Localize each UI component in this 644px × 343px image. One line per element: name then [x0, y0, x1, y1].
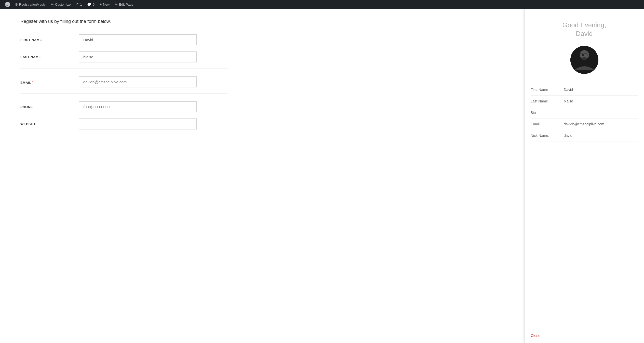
first-name-row: FIRST NAME — [20, 34, 228, 45]
email-required-indicator: * — [32, 80, 34, 83]
avatar-wrapper — [531, 46, 638, 74]
greeting-line2: David — [531, 30, 638, 38]
detail-label-email: Email: — [531, 118, 564, 130]
admin-bar-customize[interactable]: ✏ Customize — [48, 0, 73, 9]
updates-count: 1 — [80, 3, 82, 6]
detail-row-email: Email: davidb@cmshelplive.com — [531, 118, 638, 130]
first-name-input[interactable] — [79, 34, 197, 45]
admin-bar-edit-page[interactable]: ✏ Edit Page — [112, 0, 136, 9]
detail-label-bio: Bio — [531, 107, 564, 118]
website-row: WEBSITE — [20, 118, 228, 129]
form-intro: Register with us by filling out the form… — [20, 19, 228, 24]
admin-bar: ⊛ RegistrationMagic ✏ Customize ↺ 1 💬 0 … — [0, 0, 644, 9]
detail-label-lastname: Last Name — [531, 95, 564, 107]
divider-1 — [20, 69, 228, 69]
divider-2 — [20, 94, 228, 94]
personal-details-table: First Name David Last Name blaise Bio Em… — [531, 84, 638, 141]
comments-icon: 💬 — [87, 2, 91, 6]
first-name-label: FIRST NAME — [20, 34, 71, 42]
detail-row-nickname: Nick Name: david — [531, 130, 638, 141]
new-label: New — [103, 3, 110, 6]
detail-value-bio — [564, 107, 638, 118]
panel-greeting: Good Evening, David — [531, 21, 638, 38]
detail-row-lastname: Last Name blaise — [531, 95, 638, 107]
updates-icon: ↺ — [76, 2, 79, 6]
close-button[interactable]: Close — [531, 333, 540, 338]
phone-row: PHONE — [20, 101, 228, 112]
greeting-line1: Good Evening, — [531, 21, 638, 30]
email-label: EMAIL * — [20, 76, 71, 85]
detail-value-firstname: David — [564, 84, 638, 96]
edit-page-label: Edit Page — [119, 3, 133, 6]
email-row: EMAIL * — [20, 76, 228, 87]
svg-point-5 — [582, 57, 587, 60]
detail-label-firstname: First Name — [531, 84, 564, 96]
edit-page-icon: ✏ — [115, 2, 118, 6]
admin-bar-registration-magic[interactable]: ⊛ RegistrationMagic — [12, 0, 48, 9]
phone-input[interactable] — [79, 101, 197, 112]
panel-footer: Close — [525, 328, 644, 343]
customize-icon: ✏ — [51, 2, 54, 6]
registration-magic-icon: ⊛ — [15, 2, 18, 6]
detail-value-email: davidb@cmshelplive.com — [564, 118, 638, 130]
panel-body: Good Evening, David — [525, 13, 644, 328]
comments-count: 0 — [93, 3, 95, 6]
registration-magic-label: RegistrationMagic — [19, 3, 46, 6]
wp-logo[interactable] — [3, 2, 12, 7]
detail-row-firstname: First Name David — [531, 84, 638, 96]
main-content: Register with us by filling out the form… — [0, 9, 248, 343]
last-name-label: LAST NAME — [20, 51, 71, 59]
detail-value-nickname: david — [564, 130, 638, 141]
admin-bar-comments[interactable]: 💬 0 — [85, 0, 97, 9]
email-input[interactable] — [79, 76, 197, 87]
website-label: WEBSITE — [20, 118, 71, 126]
personal-details-panel: PERSONAL DETAILS Good Evening, David — [524, 0, 644, 343]
avatar — [570, 46, 598, 74]
phone-label: PHONE — [20, 101, 71, 109]
detail-value-lastname: blaise — [564, 95, 638, 107]
admin-bar-updates[interactable]: ↺ 1 — [73, 0, 84, 9]
customize-label: Customize — [55, 3, 71, 6]
detail-label-nickname: Nick Name: — [531, 130, 564, 141]
admin-bar-new[interactable]: + New — [97, 0, 112, 9]
website-input[interactable] — [79, 118, 197, 129]
detail-row-bio: Bio — [531, 107, 638, 118]
new-icon: + — [100, 2, 102, 6]
last-name-input[interactable] — [79, 51, 197, 62]
last-name-row: LAST NAME — [20, 51, 228, 62]
